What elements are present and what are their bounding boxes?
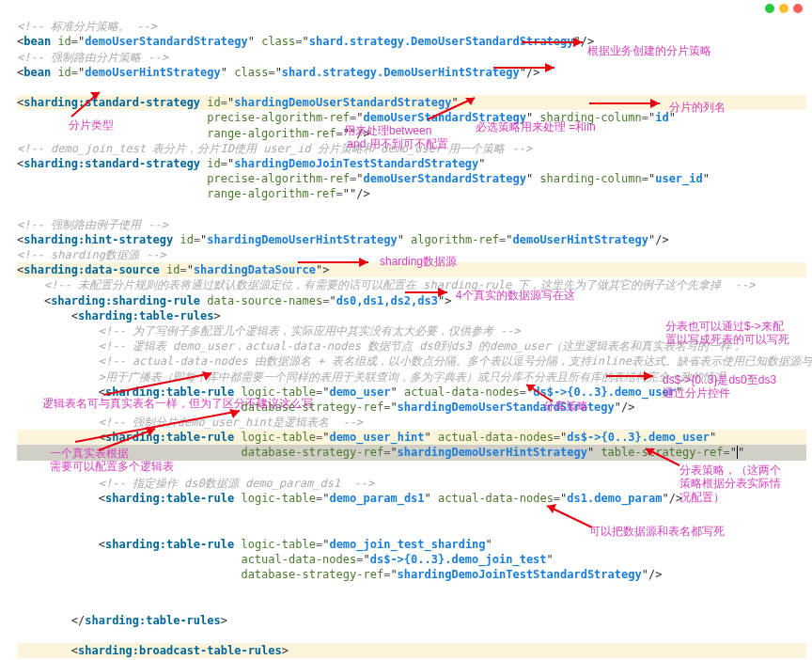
comment: <!-- 强制路由分片策略 -->: [17, 51, 168, 64]
close-icon[interactable]: [793, 4, 803, 13]
comment: <!-- sharding数据源 -->: [17, 248, 166, 261]
comment: >用于广播表（即每个库中都需要一个同样的表用于关联查询，多为字典表）或只分库不分…: [99, 370, 753, 384]
comment: <!-- 逻辑表 demo_user，actual-data-nodes 数据节…: [99, 339, 742, 353]
comment: <!-- 未配置分片规则的表将通过默认数据源定位，有需要的话可以配置在 shar…: [44, 278, 756, 291]
comment: <!-- 标准分片策略。 -->: [17, 20, 157, 33]
maximize-icon[interactable]: [765, 4, 774, 13]
comment: <!-- 为了写例子多配置几个逻辑表，实际应用中其实没有太大必要，仅供参考 --…: [99, 324, 521, 338]
comment: <!-- 指定操作 ds0数据源 demo_param_ds1 -->: [99, 477, 375, 490]
minimize-icon[interactable]: [779, 4, 789, 13]
comment: <!-- actual-data-nodes 由数据源名 + 表名组成，以小数点…: [99, 354, 812, 368]
comment: <!-- demo_join_test 表分片，分片ID使用 user_id 分…: [17, 142, 532, 155]
code-editor[interactable]: <!-- 标准分片策略。 --> <bean id="demoUserStand…: [0, 0, 812, 660]
window-controls: [765, 4, 803, 13]
comment: <!-- 强制路由例子使用 -->: [17, 218, 168, 231]
comment: <!-- 强制分片demo_user_hint是逻辑表名 -->: [99, 416, 363, 429]
